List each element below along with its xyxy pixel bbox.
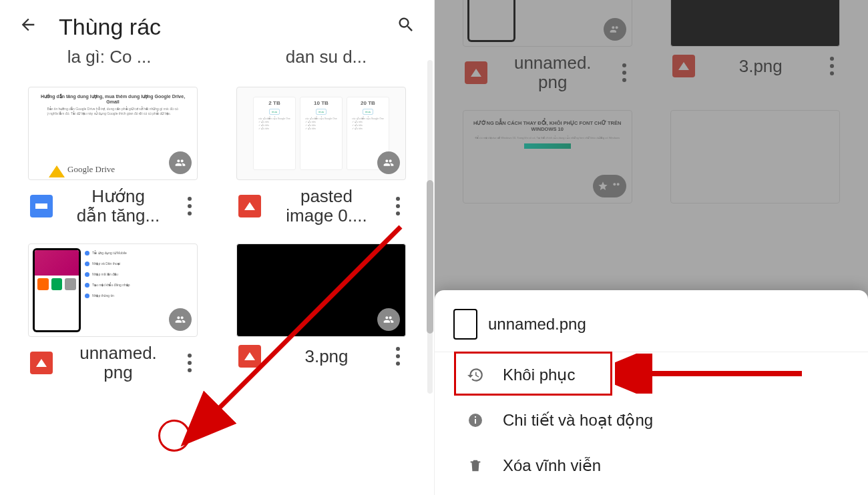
file-name: Hướng dẫn tăng... bbox=[57, 187, 180, 225]
shared-icon bbox=[169, 308, 192, 331]
file-item[interactable]: 2 TBmuacác ưu điểm của Google One✓ ưu ti… bbox=[228, 87, 414, 225]
svg-rect-2 bbox=[475, 419, 476, 424]
file-name: pasted image 0.... bbox=[265, 187, 388, 225]
details-option[interactable]: Chi tiết và hoạt động bbox=[435, 398, 868, 443]
cutoff-label: dan su d... bbox=[286, 47, 367, 73]
annotation-circle bbox=[158, 420, 190, 452]
page-title: Thùng rác bbox=[59, 14, 161, 40]
svg-rect-3 bbox=[475, 416, 476, 418]
file-thumbnail: 2 TBmuacác ưu điểm của Google One✓ ưu ti… bbox=[236, 87, 406, 180]
restore-option[interactable]: Khôi phục bbox=[435, 352, 868, 398]
header: Thùng rác bbox=[0, 0, 434, 53]
restore-icon bbox=[467, 366, 484, 384]
trash-icon bbox=[467, 457, 484, 474]
delete-forever-option[interactable]: Xóa vĩnh viễn bbox=[435, 443, 868, 488]
shared-icon bbox=[377, 308, 400, 331]
file-thumbnail: Hướng dẫn tăng dung lượng, mua thêm dung… bbox=[28, 87, 198, 180]
delete-label: Xóa vĩnh viễn bbox=[503, 456, 601, 475]
image-icon bbox=[238, 345, 261, 368]
info-icon bbox=[467, 412, 484, 429]
image-icon bbox=[238, 195, 261, 217]
file-item[interactable]: 3.png bbox=[228, 243, 414, 382]
more-options-icon[interactable] bbox=[180, 193, 200, 219]
file-name: unnamed. png bbox=[57, 344, 180, 382]
cutoff-label: la gì: Co ... bbox=[67, 47, 152, 73]
file-item[interactable]: Tải ứng dụng từ Mobile Nhập và Dân thoại… bbox=[20, 243, 206, 382]
bottom-sheet-screen: Tải ứng dụng Nhập và Dân thoại Nhập mã l… bbox=[434, 0, 868, 495]
scrollbar-thumb[interactable] bbox=[427, 180, 433, 334]
cutoff-labels-row: la gì: Co ... dan su d... bbox=[0, 47, 434, 73]
more-options-icon[interactable] bbox=[180, 350, 200, 376]
docs-icon bbox=[30, 195, 53, 217]
file-grid: Hướng dẫn tăng dung lượng, mua thêm dung… bbox=[0, 73, 434, 382]
file-thumbnail bbox=[236, 243, 406, 337]
more-options-icon[interactable] bbox=[388, 344, 408, 369]
trash-screen: Thùng rác la gì: Co ... dan su d... Hướn… bbox=[0, 0, 434, 495]
back-arrow-icon[interactable] bbox=[13, 10, 43, 44]
file-thumbnail: Tải ứng dụng từ Mobile Nhập và Dân thoại… bbox=[28, 243, 198, 337]
sheet-filename: unnamed.png bbox=[488, 315, 586, 334]
more-options-icon[interactable] bbox=[388, 193, 408, 219]
bottom-sheet: unnamed.png Khôi phục Chi tiết và hoạt đ… bbox=[435, 290, 868, 495]
image-icon bbox=[30, 352, 53, 374]
shared-icon bbox=[377, 151, 400, 174]
file-item[interactable]: Hướng dẫn tăng dung lượng, mua thêm dung… bbox=[20, 87, 206, 225]
shared-icon bbox=[169, 151, 192, 174]
file-name: 3.png bbox=[265, 347, 388, 366]
sheet-header: unnamed.png bbox=[435, 304, 868, 352]
sheet-thumbnail-icon bbox=[453, 309, 477, 340]
restore-label: Khôi phục bbox=[503, 366, 575, 384]
details-label: Chi tiết và hoạt động bbox=[503, 411, 653, 430]
search-icon[interactable] bbox=[391, 10, 421, 44]
